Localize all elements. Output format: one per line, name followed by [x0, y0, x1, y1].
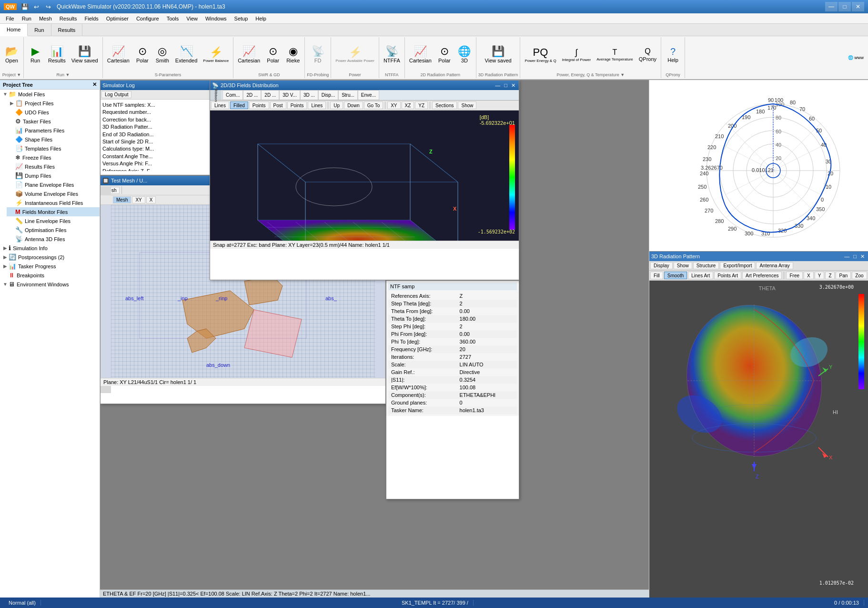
btn-smooth[interactable]: Smooth — [664, 272, 687, 279]
tree-templates-files[interactable]: 📑 Templates Files — [7, 144, 100, 153]
tab-2d-1[interactable]: 2D ... — [243, 90, 261, 100]
btn-xz[interactable]: XZ — [402, 101, 414, 109]
tree-plane-envelope[interactable]: 📄 Plane Envelope Files — [7, 180, 100, 189]
btn-pan[interactable]: Pan — [836, 272, 851, 279]
menu-mesh[interactable]: Mesh — [35, 13, 56, 23]
btn-cartesian-sp[interactable]: 📈 Cartesian — [105, 41, 132, 69]
rad-maximize[interactable]: □ — [852, 253, 858, 260]
btn-y-view[interactable]: Y — [815, 272, 825, 279]
minimize-button[interactable]: — — [825, 2, 838, 11]
menu-windows[interactable]: Windows — [202, 13, 231, 23]
fields-maximize[interactable]: □ — [503, 82, 509, 89]
btn-qprony[interactable]: Q QProny — [636, 41, 659, 69]
btn-lines2[interactable]: Lines — [308, 101, 326, 109]
menu-tools[interactable]: Tools — [163, 13, 183, 23]
menu-configure[interactable]: Configure — [132, 13, 163, 23]
tab-3d[interactable]: 3D ... — [300, 90, 318, 100]
tab-run[interactable]: Run — [28, 24, 51, 36]
btn-cartesian-swr[interactable]: 📈 Cartesian — [235, 41, 262, 69]
btn-run[interactable]: ▶ Run — [26, 41, 45, 69]
menu-run[interactable]: Run — [18, 13, 35, 23]
tab-3dv[interactable]: 3D V... — [279, 90, 300, 100]
tab-disp[interactable]: Disp... — [318, 90, 338, 100]
btn-open[interactable]: 📂 Open — [2, 41, 21, 69]
btn-cartesian-2d[interactable]: 📈 Cartesian — [407, 41, 434, 69]
tree-tasker-progress[interactable]: ▶ 📊 Tasker Progress — [0, 262, 100, 271]
log-tab-output[interactable]: Log Output — [101, 91, 131, 98]
menu-view[interactable]: View — [182, 13, 202, 23]
tab-home[interactable]: Home — [0, 24, 28, 36]
btn-help[interactable]: ? Help — [664, 41, 683, 69]
btn-free[interactable]: Free — [786, 272, 803, 279]
tree-line-envelope[interactable]: 📏 Line Envelope Files — [7, 216, 100, 225]
btn-mesh-x[interactable]: X — [146, 196, 156, 203]
menu-optimiser[interactable]: Optimiser — [102, 13, 132, 23]
btn-xy[interactable]: XY — [387, 101, 400, 109]
btn-extended[interactable]: 📉 Extended — [173, 41, 200, 69]
btn-polar-2d[interactable]: ⊙ Polar — [435, 41, 454, 69]
btn-lines-art[interactable]: Lines Art — [688, 272, 713, 279]
tree-freeze-files[interactable]: ❄ Freeze Files — [7, 153, 100, 162]
menu-help[interactable]: Help — [252, 13, 270, 23]
btn-art-prefs[interactable]: Art Preferences — [742, 272, 782, 279]
project-tree-close[interactable]: ✕ — [92, 81, 97, 88]
btn-smith[interactable]: ◎ Smith — [153, 41, 172, 69]
btn-power-energy[interactable]: PQ Power Energy & Q — [522, 41, 558, 69]
btn-filled[interactable]: Filled — [230, 101, 248, 109]
btn-post[interactable]: Post — [270, 101, 286, 109]
btn-fd[interactable]: 📡 FD — [308, 41, 327, 69]
tree-instant-field[interactable]: ⚡ Instantaneous Field Files — [7, 198, 100, 207]
btn-avg-temp[interactable]: T Average Temperature — [594, 41, 636, 69]
fields-close[interactable]: ✕ — [510, 82, 517, 89]
fields-minimize[interactable]: — — [494, 82, 502, 89]
btn-antenna-array[interactable]: Antenna Array — [756, 262, 793, 269]
btn-3d-rad[interactable]: 🌐 3D — [455, 41, 474, 69]
btn-ntffa[interactable]: 📡 NTFFA — [381, 41, 403, 69]
btn-www[interactable]: 🌐 www — [846, 44, 866, 71]
btn-lines[interactable]: Lines — [211, 101, 229, 109]
tree-parameters-files[interactable]: 📊 Parameters Files — [7, 126, 100, 135]
btn-view-saved-3d[interactable]: 💾 View saved — [483, 41, 514, 69]
tree-dump-files[interactable]: 💾 Dump Files — [7, 171, 100, 180]
btn-rieke[interactable]: ◉ Rieke — [283, 41, 303, 69]
btn-mesh-xy[interactable]: XY — [132, 196, 145, 203]
btn-export-import[interactable]: Export/Import — [720, 262, 755, 269]
tree-breakpoints[interactable]: ⏸ Breakpoints — [0, 271, 100, 280]
btn-x-view[interactable]: X — [804, 272, 814, 279]
qa-button[interactable]: 💾 — [20, 1, 30, 12]
btn-power-balance[interactable]: ⚡ Power Balance — [201, 41, 231, 69]
tab-com[interactable]: Com... — [222, 90, 243, 100]
btn-polar-sp[interactable]: ⊙ Polar — [133, 41, 152, 69]
btn-polar-swr[interactable]: ⊙ Polar — [263, 41, 283, 69]
btn-power-avail[interactable]: ⚡ Power Available Power — [333, 41, 377, 69]
qa-undo[interactable]: ↩ — [31, 1, 42, 12]
btn-show[interactable]: Show — [458, 101, 476, 109]
tree-postprocessings[interactable]: ▶ 🔄 Postprocessings (2) — [0, 253, 100, 262]
btn-fill[interactable]: Fill — [650, 272, 663, 279]
tree-optimisation[interactable]: 🔧 Optimisation Files — [7, 225, 100, 234]
btn-z-view[interactable]: Z — [825, 272, 835, 279]
btn-view-saved[interactable]: 💾 View saved — [69, 41, 101, 69]
btn-display[interactable]: Display — [650, 262, 673, 269]
btn-show[interactable]: Show — [674, 262, 692, 269]
btn-integral-power[interactable]: ∫ Integral of Power — [560, 41, 593, 69]
btn-zoom[interactable]: Zoo — [852, 272, 867, 279]
rad-close[interactable]: ✕ — [859, 253, 866, 260]
tree-fields-monitor[interactable]: M Fields Monitor Files — [7, 207, 100, 216]
menu-setup[interactable]: Setup — [231, 13, 252, 23]
tree-volume-envelope[interactable]: 📦 Volume Envelope Files — [7, 189, 100, 198]
btn-up[interactable]: Up — [330, 101, 343, 109]
tab-enve[interactable]: Enve... — [358, 90, 379, 100]
close-button[interactable]: ✕ — [852, 2, 864, 11]
tree-tasker-files[interactable]: ⚙ Tasker Files — [7, 117, 100, 126]
btn-structure[interactable]: Structure — [693, 262, 719, 269]
btn-points2[interactable]: Points — [287, 101, 307, 109]
btn-points-art[interactable]: Points Art — [714, 272, 741, 279]
btn-goto[interactable]: Go To — [364, 101, 384, 109]
qa-redo[interactable]: ↪ — [43, 1, 54, 12]
btn-results[interactable]: 📊 Results — [46, 41, 68, 69]
tree-project-files[interactable]: ▶ 📋 Project Files — [7, 99, 100, 108]
tab-2d-2[interactable]: 2D ... — [261, 90, 279, 100]
menu-results[interactable]: Results — [56, 13, 81, 23]
btn-down[interactable]: Down — [344, 101, 363, 109]
